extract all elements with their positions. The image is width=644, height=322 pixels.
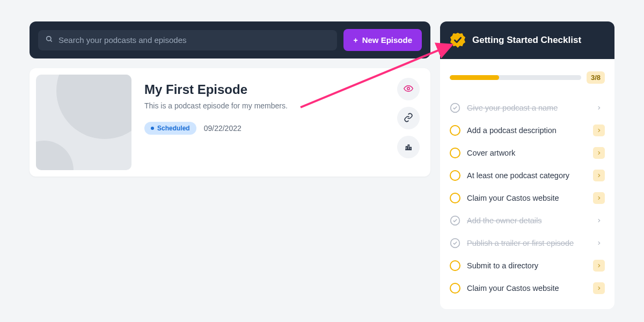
circle-icon — [450, 260, 460, 271]
status-badge: Scheduled — [144, 122, 196, 135]
chevron-right-icon — [593, 192, 605, 204]
search-icon — [46, 35, 53, 45]
chevron-right-icon — [593, 237, 605, 249]
link-icon — [404, 113, 413, 124]
progress-count: 3/8 — [587, 71, 605, 84]
checklist-item[interactable]: Give your podcast a name — [450, 97, 605, 119]
status-dot-icon — [151, 127, 154, 130]
episode-meta: Scheduled 09/22/2022 — [144, 122, 384, 135]
episode-description: This is a podcast episode for my members… — [144, 101, 384, 110]
plus-icon: + — [353, 36, 357, 45]
episode-body: My First Episode This is a podcast episo… — [144, 75, 384, 135]
chevron-right-icon — [593, 147, 605, 159]
svg-point-2 — [407, 87, 410, 90]
chevron-right-icon — [593, 282, 605, 294]
view-button[interactable] — [397, 78, 420, 100]
episode-date: 09/22/2022 — [204, 124, 241, 133]
check-circle-icon — [450, 238, 460, 248]
svg-rect-6 — [410, 147, 411, 150]
checklist-item-label: Add a podcast description — [467, 126, 587, 135]
checklist-body: 3/8 Give your podcast a nameAdd a podcas… — [440, 59, 614, 309]
new-episode-button[interactable]: + New Episode — [343, 29, 422, 51]
progress-fill — [450, 75, 499, 80]
checklist-item[interactable]: Claim your Castos website — [450, 277, 605, 299]
checklist-item-label: Publish a trailer or first episode — [467, 239, 587, 247]
progress-row: 3/8 — [450, 71, 605, 84]
svg-line-1 — [50, 40, 52, 41]
stats-button[interactable] — [397, 136, 420, 158]
checklist-item-label: Submit to a directory — [467, 261, 587, 270]
circle-icon — [450, 283, 460, 294]
checklist-item-label: Give your podcast a name — [467, 104, 587, 112]
checklist-item[interactable]: Add a podcast description — [450, 119, 605, 142]
link-button[interactable] — [397, 107, 420, 129]
chevron-right-icon — [593, 125, 605, 136]
check-circle-icon — [450, 103, 460, 113]
checklist-item[interactable]: Cover artwork — [450, 142, 605, 164]
episode-card[interactable]: My First Episode This is a podcast episo… — [30, 68, 430, 177]
chevron-right-icon — [593, 170, 605, 181]
checklist-item-label: At least one podcast category — [467, 171, 587, 180]
checklist-panel: Getting Started Checklist 3/8 Give your … — [440, 21, 614, 301]
svg-rect-4 — [406, 147, 407, 150]
eye-icon — [404, 84, 413, 95]
bar-chart-icon — [404, 142, 413, 153]
checklist-header: Getting Started Checklist — [440, 21, 614, 59]
check-circle-icon — [450, 215, 460, 226]
badge-icon — [450, 32, 466, 48]
circle-icon — [450, 170, 460, 181]
checklist-item-label: Claim your Castos website — [467, 284, 587, 292]
episode-thumbnail — [36, 75, 131, 170]
checklist-item[interactable]: Publish a trailer or first episode — [450, 232, 605, 254]
search-input-wrap[interactable] — [38, 30, 337, 50]
checklist-item-label: Claim your Castos website — [467, 194, 587, 202]
search-input[interactable] — [58, 35, 330, 45]
new-episode-label: New Episode — [362, 35, 412, 45]
checklist-title: Getting Started Checklist — [472, 35, 581, 46]
checklist-item[interactable]: At least one podcast category — [450, 164, 605, 187]
episode-title: My First Episode — [144, 82, 384, 97]
chevron-right-icon — [593, 102, 605, 114]
svg-point-0 — [47, 36, 51, 40]
checklist-item[interactable]: Submit to a directory — [450, 254, 605, 277]
checklist-item-label: Add the owner details — [467, 216, 587, 225]
circle-icon — [450, 125, 460, 136]
circle-icon — [450, 148, 460, 158]
circle-icon — [450, 193, 460, 203]
chevron-right-icon — [593, 260, 605, 272]
topbar: + New Episode — [30, 21, 430, 58]
checklist-item[interactable]: Claim your Castos website — [450, 187, 605, 209]
svg-rect-5 — [408, 145, 409, 150]
chevron-right-icon — [593, 215, 605, 226]
checklist-item[interactable]: Add the owner details — [450, 209, 605, 232]
episode-actions — [397, 75, 420, 158]
progress-bar — [450, 75, 581, 80]
status-label: Scheduled — [157, 125, 190, 132]
checklist-item-label: Cover artwork — [467, 149, 587, 157]
